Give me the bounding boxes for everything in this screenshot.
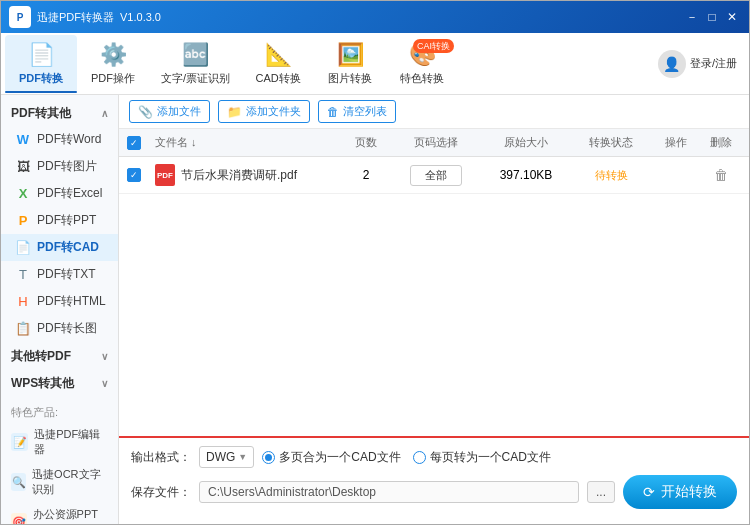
delete-icon[interactable]: 🗑 — [714, 167, 728, 183]
sidebar-item-pdf-image[interactable]: 🖼 PDF转图片 — [1, 153, 118, 180]
table-header: 文件名 ↓ 页数 页码选择 原始大小 转换状态 操作 删除 — [119, 129, 749, 157]
sidebar-item-pdf-html[interactable]: H PDF转HTML — [1, 288, 118, 315]
radio-group: 多页合为一个CAD文件 每页转为一个CAD文件 — [262, 449, 551, 466]
chevron-down-icon2: ∨ — [101, 378, 108, 389]
close-button[interactable]: ✕ — [723, 8, 741, 26]
sidebar-feature-ocr-label: 迅捷OCR文字识别 — [32, 467, 108, 497]
save-path-input[interactable] — [199, 481, 579, 503]
sidebar-item-pdf-cad-label: PDF转CAD — [37, 239, 99, 256]
save-path-row: 保存文件： ... ⟳ 开始转换 — [131, 475, 737, 509]
sidebar-item-pdf-image-label: PDF转图片 — [37, 158, 97, 175]
sidebar-item-pdf-word-label: PDF转Word — [37, 131, 101, 148]
browse-button[interactable]: ... — [587, 481, 615, 503]
format-select-arrow-icon: ▼ — [238, 452, 247, 462]
chevron-down-icon1: ∨ — [101, 351, 108, 362]
header-pages: 页数 — [341, 135, 391, 150]
header-ops: 操作 — [651, 135, 701, 150]
sidebar-item-pdf-ppt[interactable]: P PDF转PPT — [1, 207, 118, 234]
cam-badge: CAI转换 — [413, 39, 454, 54]
user-area[interactable]: 👤 登录/注册 — [650, 46, 745, 82]
file-type-icon: PDF — [155, 164, 175, 186]
row-delete[interactable]: 🗑 — [701, 167, 741, 183]
sidebar-feature-ppt-template[interactable]: 🎯 办公资源PPT模板 — [1, 502, 118, 524]
pdf-editor-icon: 📝 — [11, 433, 28, 451]
file-table: 文件名 ↓ 页数 页码选择 原始大小 转换状态 操作 删除 PDF 节后水果消费… — [119, 129, 749, 436]
page-select-button[interactable]: 全部 — [410, 165, 462, 186]
radio-multi-dot — [262, 451, 275, 464]
row-name: PDF 节后水果消费调研.pdf — [155, 164, 341, 186]
format-select[interactable]: DWG ▼ — [199, 446, 254, 468]
header-check — [127, 136, 155, 150]
add-folder-label: 添加文件夹 — [246, 104, 301, 119]
clear-list-icon: 🗑 — [327, 105, 339, 119]
titlebar-left: P 迅捷PDF转换器 V1.0.3.0 — [9, 6, 161, 28]
cad-icon: 📐 — [265, 42, 292, 68]
image-icon: 🖼 — [15, 159, 31, 175]
toolbar-pdf-ops-label: PDF操作 — [91, 71, 135, 86]
app-version: V1.0.3.0 — [120, 11, 161, 23]
sidebar: PDF转其他 ∧ W PDF转Word 🖼 PDF转图片 X PDF转Excel… — [1, 95, 119, 524]
sidebar-group-pdf2other-header[interactable]: PDF转其他 ∧ — [1, 99, 118, 126]
sidebar-feature-ocr[interactable]: 🔍 迅捷OCR文字识别 — [1, 462, 118, 502]
ppt-icon: P — [15, 213, 31, 229]
row-pages: 2 — [341, 168, 391, 182]
header-name: 文件名 ↓ — [155, 135, 341, 150]
user-avatar: 👤 — [658, 50, 686, 78]
toolbar-img-convert-label: 图片转换 — [328, 71, 372, 86]
clear-list-button[interactable]: 🗑 清空列表 — [318, 100, 396, 123]
sidebar-group-pdf2other: PDF转其他 ∧ W PDF转Word 🖼 PDF转图片 X PDF转Excel… — [1, 99, 118, 342]
toolbar-pdf-convert[interactable]: 📄 PDF转换 — [5, 35, 77, 93]
sidebar-item-pdf-cad[interactable]: 📄 PDF转CAD — [1, 234, 118, 261]
output-format-row: 输出格式： DWG ▼ 多页合为一个CAD文件 每页转为一个CAD文件 — [131, 446, 737, 468]
minimize-button[interactable]: － — [683, 8, 701, 26]
select-all-checkbox[interactable] — [127, 136, 141, 150]
radio-multi-label: 多页合为一个CAD文件 — [279, 449, 400, 466]
word-icon: W — [15, 132, 31, 148]
toolbar-special[interactable]: CAI转换 🎨 特色转换 — [386, 35, 458, 93]
sidebar-item-pdf-excel[interactable]: X PDF转Excel — [1, 180, 118, 207]
txt-icon: T — [15, 267, 31, 283]
radio-single-page[interactable]: 每页转为一个CAD文件 — [413, 449, 551, 466]
sidebar-item-pdf-word[interactable]: W PDF转Word — [1, 126, 118, 153]
header-size: 原始大小 — [481, 135, 571, 150]
main-area: PDF转其他 ∧ W PDF转Word 🖼 PDF转图片 X PDF转Excel… — [1, 95, 749, 524]
row-page-sel[interactable]: 全部 — [391, 165, 481, 186]
img-convert-icon: 🖼️ — [337, 42, 364, 68]
start-convert-button[interactable]: ⟳ 开始转换 — [623, 475, 737, 509]
output-format-label: 输出格式： — [131, 449, 191, 466]
long-img-icon: 📋 — [15, 321, 31, 337]
format-value: DWG — [206, 450, 235, 464]
app-window: P 迅捷PDF转换器 V1.0.3.0 － □ ✕ 📄 PDF转换 ⚙️ PDF… — [0, 0, 750, 525]
radio-single-dot — [413, 451, 426, 464]
maximize-button[interactable]: □ — [703, 8, 721, 26]
ocr-icon: 🔤 — [182, 42, 209, 68]
bottom-panel: 输出格式： DWG ▼ 多页合为一个CAD文件 每页转为一个CAD文件 — [119, 436, 749, 524]
toolbar-pdf-ops[interactable]: ⚙️ PDF操作 — [77, 35, 149, 93]
add-folder-icon: 📁 — [227, 105, 242, 119]
sidebar-group-other2pdf-label: 其他转PDF — [11, 348, 71, 365]
row-status: 待转换 — [571, 168, 651, 183]
add-folder-button[interactable]: 📁 添加文件夹 — [218, 100, 310, 123]
sidebar-item-pdf-ppt-label: PDF转PPT — [37, 212, 96, 229]
sidebar-item-pdf-txt[interactable]: T PDF转TXT — [1, 261, 118, 288]
sidebar-group-wps2other: WPS转其他 ∨ — [1, 369, 118, 396]
sidebar-group-wps2other-label: WPS转其他 — [11, 375, 74, 392]
add-file-button[interactable]: 📎 添加文件 — [129, 100, 210, 123]
sidebar-item-pdf-txt-label: PDF转TXT — [37, 266, 96, 283]
sidebar-group-wps2other-header[interactable]: WPS转其他 ∨ — [1, 369, 118, 396]
content-area: 📎 添加文件 📁 添加文件夹 🗑 清空列表 文件名 — [119, 95, 749, 524]
sidebar-item-pdf-long[interactable]: 📋 PDF转长图 — [1, 315, 118, 342]
toolbar-cad[interactable]: 📐 CAD转换 — [242, 35, 314, 93]
user-login-label: 登录/注册 — [690, 56, 737, 71]
toolbar-ocr[interactable]: 🔤 文字/票证识别 — [149, 35, 242, 93]
row-checkbox[interactable] — [127, 168, 141, 182]
app-title: 迅捷PDF转换器 — [37, 10, 114, 25]
toolbar-img-convert[interactable]: 🖼️ 图片转换 — [314, 35, 386, 93]
add-file-label: 添加文件 — [157, 104, 201, 119]
radio-multi-pages[interactable]: 多页合为一个CAD文件 — [262, 449, 400, 466]
sidebar-item-pdf-long-label: PDF转长图 — [37, 320, 97, 337]
sidebar-group-other2pdf-header[interactable]: 其他转PDF ∨ — [1, 342, 118, 369]
file-name-text: 节后水果消费调研.pdf — [181, 167, 297, 184]
table-row: PDF 节后水果消费调研.pdf 2 全部 397.10KB 待转换 🗑 — [119, 157, 749, 194]
sidebar-feature-pdf-editor[interactable]: 📝 迅捷PDF编辑器 — [1, 422, 118, 462]
